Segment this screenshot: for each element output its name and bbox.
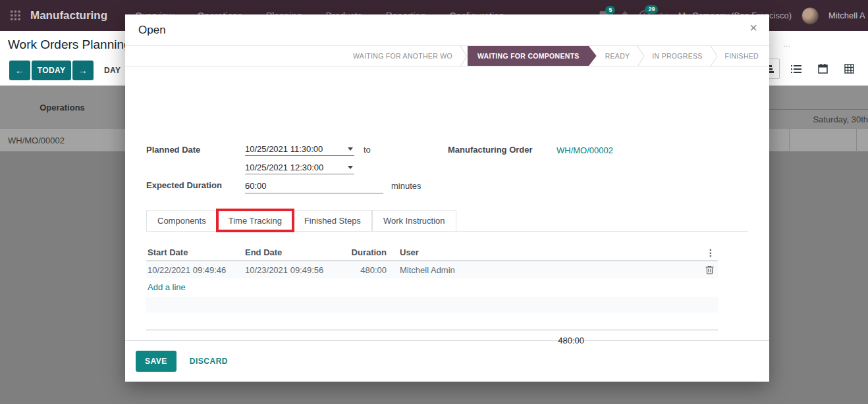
- statusbar: WAITING FOR ANOTHER WO WAITING FOR COMPO…: [125, 46, 769, 66]
- tab-time-tracking[interactable]: Time Tracking: [217, 210, 293, 232]
- gantt-date-header: Saturday, 30th: [769, 109, 868, 129]
- duration-total: 480:00: [344, 336, 584, 345]
- user-avatar[interactable]: [801, 7, 819, 24]
- planned-date-start-input[interactable]: 10/25/2021 11:30:00: [245, 144, 354, 156]
- close-icon[interactable]: ×: [749, 21, 757, 34]
- dialog-body: Planned Date 10/25/2021 11:30:00 to 10/2…: [125, 66, 769, 340]
- to-label: to: [364, 145, 371, 155]
- datepicker-caret-icon[interactable]: [348, 166, 353, 169]
- status-ready[interactable]: READY: [598, 52, 637, 60]
- expected-duration-value: 60:00: [245, 181, 267, 191]
- pivot-view-icon[interactable]: [839, 59, 859, 79]
- cell-user[interactable]: Mitchell Admin: [387, 265, 692, 275]
- time-tracking-table: Start Date End Date Duration User ⋮ 10/2…: [146, 244, 718, 345]
- search-area[interactable]: ...: [783, 39, 790, 49]
- status-waiting-another-wo[interactable]: WAITING FOR ANOTHER WO: [346, 52, 460, 60]
- manufacturing-order-label: Manufacturing Order: [448, 145, 533, 155]
- minutes-label: minutes: [391, 181, 421, 191]
- save-button[interactable]: SAVE: [136, 351, 176, 372]
- col-user[interactable]: User: [387, 247, 692, 257]
- next-button[interactable]: →: [72, 61, 94, 80]
- discard-button[interactable]: DISCARD: [190, 357, 228, 366]
- status-finished[interactable]: FINISHED: [718, 52, 769, 60]
- col-start-date[interactable]: Start Date: [146, 247, 245, 257]
- gantt-row-label: WH/MO/00002: [8, 129, 65, 152]
- tab-components[interactable]: Components: [146, 210, 217, 232]
- optional-columns-icon[interactable]: ⋮: [706, 248, 715, 257]
- statusbar-chevron-icon: [710, 46, 718, 66]
- expected-duration-input[interactable]: 60:00: [245, 180, 383, 193]
- activities-badge: 29: [645, 5, 658, 14]
- dialog-header: Open ×: [125, 14, 769, 46]
- planned-date-end-input[interactable]: 10/25/2021 12:30:00: [245, 163, 354, 174]
- planned-date-label: Planned Date: [146, 145, 200, 155]
- range-day-button[interactable]: DAY: [104, 66, 121, 75]
- prev-button[interactable]: ←: [9, 61, 30, 80]
- open-workorder-dialog: Open × WAITING FOR ANOTHER WO WAITING FO…: [125, 14, 769, 382]
- add-a-line-link[interactable]: Add a line: [146, 278, 718, 295]
- calendar-view-icon[interactable]: [813, 59, 832, 79]
- app-name[interactable]: Manufacturing: [30, 9, 107, 22]
- list-view-icon[interactable]: [786, 59, 806, 79]
- status-in-progress[interactable]: IN PROGRESS: [645, 52, 709, 60]
- today-button[interactable]: TODAY: [32, 61, 71, 80]
- planned-date-end-value: 10/25/2021 12:30:00: [245, 163, 323, 172]
- gantt-operations-header: Operations: [0, 86, 125, 129]
- dialog-title: Open: [138, 24, 166, 37]
- view-switcher: [760, 59, 859, 79]
- cell-duration[interactable]: 480:00: [344, 265, 387, 275]
- tab-finished-steps[interactable]: Finished Steps: [293, 210, 372, 232]
- notebook-tabs: Components Time Tracking Finished Steps …: [146, 210, 748, 232]
- table-header-row: Start Date End Date Duration User ⋮: [146, 244, 718, 261]
- statusbar-chevron-icon: [637, 46, 645, 66]
- table-row[interactable]: 10/22/2021 09:49:46 10/23/2021 09:49:56 …: [146, 261, 718, 278]
- expected-duration-label: Expected Duration: [146, 180, 222, 190]
- cell-start-date[interactable]: 10/22/2021 09:49:46: [146, 265, 245, 275]
- col-duration[interactable]: Duration: [344, 247, 387, 257]
- gantt-nav-buttons: ← TODAY → DAY: [9, 61, 121, 80]
- page-title: Work Orders Planning: [8, 38, 131, 52]
- messages-badge: 5: [605, 6, 615, 14]
- planned-date-start-value: 10/25/2021 11:30:00: [245, 144, 323, 154]
- user-name[interactable]: Mitchell A: [828, 11, 868, 20]
- empty-table-row: [146, 297, 718, 313]
- gantt-grid-line: [856, 129, 857, 152]
- gantt-grid-line: [789, 129, 790, 152]
- tab-work-instruction[interactable]: Work Instruction: [372, 210, 456, 232]
- manufacturing-order-link[interactable]: WH/MO/00002: [556, 145, 613, 155]
- col-end-date[interactable]: End Date: [245, 247, 344, 257]
- dialog-footer: SAVE DISCARD: [125, 340, 769, 382]
- datepicker-caret-icon[interactable]: [348, 147, 353, 151]
- cell-end-date[interactable]: 10/23/2021 09:49:56: [245, 265, 344, 275]
- apps-grid-icon[interactable]: [0, 11, 30, 20]
- status-waiting-components[interactable]: WAITING FOR COMPONENTS: [468, 46, 597, 66]
- delete-row-icon[interactable]: [705, 265, 714, 274]
- total-row: 480:00: [146, 336, 718, 345]
- total-separator: [146, 330, 718, 330]
- statusbar-chevron-icon: [460, 46, 468, 66]
